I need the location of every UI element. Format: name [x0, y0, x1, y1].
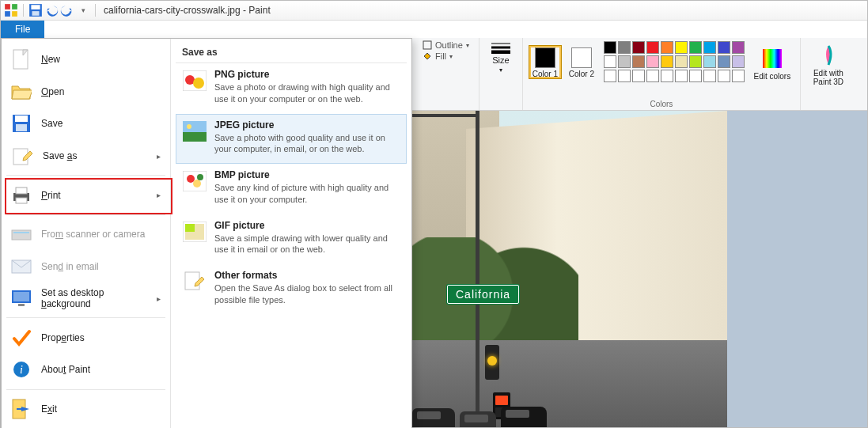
printer-icon: [11, 185, 32, 206]
svg-rect-34: [183, 121, 207, 132]
palette-swatch[interactable]: [661, 55, 673, 68]
quick-access-toolbar: ▾: [4, 3, 99, 17]
save-as-gif-desc: Save a simple drawing with lower quality…: [214, 233, 388, 255]
color1-button[interactable]: Color 1: [529, 46, 561, 78]
qat-save-icon[interactable]: [28, 3, 43, 17]
palette-swatch[interactable]: [675, 55, 688, 68]
color2-swatch: [571, 47, 592, 68]
palette-swatch[interactable]: [732, 70, 745, 82]
file-menu-save[interactable]: Save: [2, 108, 170, 140]
palette-swatch[interactable]: [675, 70, 688, 82]
file-menu-about[interactable]: i About Paint: [2, 354, 170, 386]
file-menu-print[interactable]: Print ▸: [2, 179, 170, 211]
file-menu-open[interactable]: Open: [2, 76, 170, 108]
svg-rect-6: [32, 11, 40, 16]
file-tab[interactable]: File: [1, 21, 44, 38]
svg-rect-21: [13, 232, 29, 233]
save-as-jpeg-desc: Save a photo with good quality and use i…: [214, 133, 385, 154]
palette-swatch[interactable]: [732, 55, 745, 68]
svg-point-38: [193, 180, 201, 187]
color2-button[interactable]: Color 2: [566, 46, 597, 78]
palette-swatch[interactable]: [604, 41, 616, 54]
submenu-arrow-icon: ▸: [157, 191, 161, 199]
qat-redo-icon[interactable]: [60, 3, 74, 17]
palette-swatch[interactable]: [618, 41, 631, 54]
file-menu-list: New Open Save Save as ▸ P: [2, 39, 171, 428]
save-as-gif[interactable]: GIF pictureSave a simple drawing with lo…: [176, 214, 407, 265]
palette-swatch[interactable]: [718, 41, 730, 54]
svg-rect-19: [16, 198, 27, 203]
save-as-gif-title: GIF picture: [214, 220, 400, 231]
palette-swatch[interactable]: [661, 70, 673, 82]
file-menu-save-as[interactable]: Save as ▸: [2, 140, 170, 172]
file-menu-scanner: From scanner or camera: [2, 218, 170, 251]
jpeg-icon: [183, 119, 207, 143]
palette-swatch[interactable]: [604, 55, 616, 68]
save-as-other[interactable]: Other formatsOpen the Save As dialog box…: [176, 264, 407, 315]
svg-rect-2: [5, 11, 10, 17]
palette-swatch[interactable]: [689, 55, 702, 68]
edit-colors-button[interactable]: Edit colors: [751, 43, 794, 81]
palette-swatch[interactable]: [646, 55, 659, 68]
street-sign: California: [447, 285, 519, 304]
palette-swatch[interactable]: [661, 41, 673, 54]
traffic-light-icon: [485, 345, 499, 380]
palette-swatch[interactable]: [703, 70, 716, 82]
palette-swatch[interactable]: [718, 55, 730, 68]
open-folder-icon: [11, 81, 32, 102]
palette-swatch[interactable]: [718, 70, 730, 82]
properties-check-icon: [11, 328, 32, 348]
edit-colors-label: Edit colors: [754, 72, 791, 81]
ribbon-size-group: Size ▾: [479, 38, 523, 110]
gif-icon: [183, 220, 207, 244]
save-as-icon: [13, 146, 33, 166]
color2-label: Color 2: [569, 70, 594, 78]
file-menu-properties[interactable]: Properties: [2, 321, 170, 354]
svg-rect-14: [15, 116, 28, 122]
file-menu-wallpaper[interactable]: Set as desktop background ▸: [2, 282, 170, 315]
outline-button[interactable]: Outline ▾: [419, 40, 472, 51]
palette-swatch[interactable]: [646, 41, 659, 54]
ribbon-paint3d-group: Edit with Paint 3D: [801, 38, 856, 110]
save-as-bmp[interactable]: BMP pictureSave any kind of picture with…: [176, 164, 407, 214]
palette-swatch[interactable]: [646, 70, 659, 82]
qat-undo-icon[interactable]: [44, 3, 59, 17]
fill-button[interactable]: Fill ▾: [419, 51, 456, 62]
color1-label: Color 1: [533, 70, 558, 78]
svg-rect-33: [183, 132, 207, 142]
app-icon: [4, 3, 18, 17]
palette-swatch[interactable]: [689, 70, 702, 82]
info-icon: i: [11, 359, 32, 380]
save-as-png[interactable]: PNG pictureSave a photo or drawing with …: [176, 63, 407, 114]
svg-rect-5: [31, 5, 40, 9]
save-as-bmp-title: BMP picture: [214, 169, 400, 180]
size-label: Size: [492, 55, 509, 65]
palette-swatch[interactable]: [732, 41, 745, 54]
paint-window: ▾ california-cars-city-crosswalk.jpg - P…: [0, 0, 868, 428]
svg-rect-42: [185, 224, 195, 232]
svg-rect-18: [16, 187, 27, 194]
palette-swatch[interactable]: [689, 41, 702, 54]
palette-swatch[interactable]: [632, 70, 645, 82]
file-menu-exit[interactable]: Exit: [2, 392, 170, 425]
svg-rect-3: [12, 11, 17, 17]
save-as-png-desc: Save a photo or drawing with high qualit…: [214, 82, 390, 104]
menu-row: File: [1, 21, 867, 39]
save-as-jpeg[interactable]: JPEG pictureSave a photo with good quali…: [176, 114, 407, 165]
svg-point-31: [193, 78, 204, 89]
size-button[interactable]: Size ▾: [486, 40, 516, 75]
paint3d-button[interactable]: Edit with Paint 3D: [807, 40, 850, 86]
palette-swatch[interactable]: [632, 55, 645, 68]
qat-customize-dropdown-icon[interactable]: ▾: [76, 3, 90, 17]
palette-swatch[interactable]: [703, 41, 716, 54]
svg-rect-15: [16, 124, 27, 131]
palette-swatch[interactable]: [618, 70, 631, 82]
palette-swatch[interactable]: [604, 70, 616, 82]
palette-swatch[interactable]: [618, 55, 631, 68]
file-menu-new[interactable]: New: [2, 44, 170, 76]
palette-swatch[interactable]: [632, 41, 645, 54]
svg-text:i: i: [20, 364, 23, 376]
fill-label: Fill: [435, 51, 446, 61]
palette-swatch[interactable]: [675, 41, 688, 54]
palette-swatch[interactable]: [703, 55, 716, 68]
